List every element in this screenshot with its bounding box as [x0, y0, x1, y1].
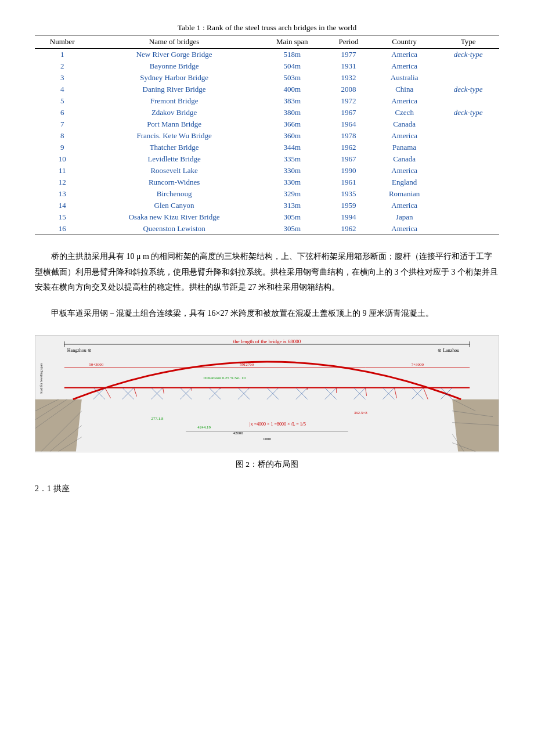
- cell-span: 329m: [259, 188, 326, 200]
- svg-text:|x =4000 × 1 =8000 × /L = 1/5: |x =4000 × 1 =8000 × /L = 1/5: [250, 422, 306, 427]
- table-row: 9Thatcher Bridge344m1962Panama: [35, 142, 499, 153]
- cell-type: deck-type: [437, 49, 499, 61]
- cell-country: America: [371, 49, 437, 61]
- cell-name: Francis. Kete Wu Bridge: [89, 130, 258, 142]
- cell-number: 12: [35, 177, 89, 188]
- cell-period: 1967: [326, 107, 371, 118]
- svg-text:⊙ Lanzhou: ⊙ Lanzhou: [438, 348, 459, 353]
- cell-period: 1961: [326, 177, 371, 188]
- table-row: 12Runcorn-Widnes330m1961England: [35, 177, 499, 188]
- table-row: 1New River Gorge Bridge518m1977Americade…: [35, 49, 499, 61]
- cell-name: Osaka new Kizu River Bridge: [89, 211, 258, 223]
- cell-name: New River Gorge Bridge: [89, 49, 258, 61]
- cell-period: 1935: [326, 188, 371, 200]
- table-row: 16Queenston Lewiston305m1962America: [35, 223, 499, 235]
- cell-number: 4: [35, 84, 89, 95]
- cell-period: 1972: [326, 95, 371, 107]
- svg-text:Hangzhou ⊙: Hangzhou ⊙: [67, 348, 92, 353]
- cell-country: America: [371, 165, 437, 177]
- cell-span: 330m: [259, 165, 326, 177]
- cell-number: 9: [35, 142, 89, 153]
- cell-country: England: [371, 177, 437, 188]
- table-container: Table 1 : Rank of the steel truss arch b…: [35, 23, 499, 235]
- cell-span: 400m: [259, 84, 326, 95]
- cell-span: 330m: [259, 177, 326, 188]
- cell-number: 7: [35, 118, 89, 130]
- cell-name: Roosevelt Lake: [89, 165, 258, 177]
- cell-country: America: [371, 130, 437, 142]
- cell-number: 13: [35, 188, 89, 200]
- cell-number: 6: [35, 107, 89, 118]
- cell-span: 518m: [259, 49, 326, 61]
- cell-period: 1964: [326, 118, 371, 130]
- cell-name: Fremont Bridge: [89, 95, 258, 107]
- cell-number: 3: [35, 72, 89, 84]
- cell-name: Queenston Lewiston: [89, 223, 258, 235]
- cell-span: 344m: [259, 142, 326, 153]
- cell-period: 1994: [326, 211, 371, 223]
- table-row: 11Roosevelt Lake330m1990America: [35, 165, 499, 177]
- col-period: Period: [326, 35, 371, 49]
- cell-type: deck-type: [437, 107, 499, 118]
- bridge-diagram-svg: the length of the bridge is 68000 Hangzh…: [35, 335, 499, 452]
- cell-country: America: [371, 223, 437, 235]
- table-row: 3Sydney Harbor Bridge503m1932Australia: [35, 72, 499, 84]
- cell-number: 5: [35, 95, 89, 107]
- cell-type: [437, 95, 499, 107]
- table-row: 7Port Mann Bridge366m1964Canada: [35, 118, 499, 130]
- cell-type: [437, 118, 499, 130]
- cell-span: 503m: [259, 72, 326, 84]
- cell-number: 10: [35, 153, 89, 165]
- cell-name: Sydney Harbor Bridge: [89, 72, 258, 84]
- cell-country: Romanian: [371, 188, 437, 200]
- cell-type: [437, 60, 499, 72]
- cell-country: America: [371, 60, 437, 72]
- cell-span: 360m: [259, 130, 326, 142]
- svg-marker-8: [452, 399, 499, 452]
- paragraph-2: 甲板车道采用钢－混凝土组合连续梁，具有 16×27 米跨度和被放置在混凝土盖板顶…: [35, 306, 499, 322]
- cell-name: Bayonne Bridge: [89, 60, 258, 72]
- cell-type: [437, 153, 499, 165]
- table-row: 13Birchenoug329m1935Romanian: [35, 188, 499, 200]
- cell-country: America: [371, 200, 437, 211]
- cell-span: 335m: [259, 153, 326, 165]
- svg-text:the length of the bridge is 68: the length of the bridge is 68000: [233, 339, 301, 344]
- svg-marker-1: [35, 399, 82, 452]
- cell-period: 1990: [326, 165, 371, 177]
- cell-name: Port Mann Bridge: [89, 118, 258, 130]
- svg-text:Dimension 0.25 % No. 10: Dimension 0.25 % No. 10: [203, 376, 246, 380]
- cell-period: 1977: [326, 49, 371, 61]
- cell-type: [437, 223, 499, 235]
- cell-name: Zdakov Bridge: [89, 107, 258, 118]
- svg-text:50+3000: 50+3000: [89, 362, 103, 367]
- figure-caption: 图 2：桥的布局图: [35, 459, 499, 470]
- cell-period: 2008: [326, 84, 371, 95]
- cell-number: 8: [35, 130, 89, 142]
- cell-number: 2: [35, 60, 89, 72]
- cell-number: 14: [35, 200, 89, 211]
- cell-type: [437, 200, 499, 211]
- svg-text:362.5×8: 362.5×8: [354, 411, 368, 415]
- cell-span: 313m: [259, 200, 326, 211]
- cell-country: Australia: [371, 72, 437, 84]
- cell-type: [437, 72, 499, 84]
- cell-type: [437, 188, 499, 200]
- svg-text:4244.19: 4244.19: [197, 425, 211, 430]
- cell-country: Canada: [371, 153, 437, 165]
- cell-type: [437, 165, 499, 177]
- cell-span: 305m: [259, 223, 326, 235]
- cell-period: 1962: [326, 223, 371, 235]
- cell-name: Levidlette Bridge: [89, 153, 258, 165]
- svg-rect-0: [35, 336, 499, 452]
- cell-period: 1932: [326, 72, 371, 84]
- cell-span: 504m: [259, 60, 326, 72]
- section-heading: 2．1 拱座: [35, 484, 499, 494]
- col-number: Number: [35, 35, 89, 49]
- cell-country: America: [371, 95, 437, 107]
- cell-country: Czech: [371, 107, 437, 118]
- cell-name: Daning River Bridge: [89, 84, 258, 95]
- table-row: 10Levidlette Bridge335m1967Canada: [35, 153, 499, 165]
- figure-container: the length of the bridge is 68000 Hangzh…: [35, 335, 499, 470]
- cell-type: [437, 177, 499, 188]
- cell-type: [437, 211, 499, 223]
